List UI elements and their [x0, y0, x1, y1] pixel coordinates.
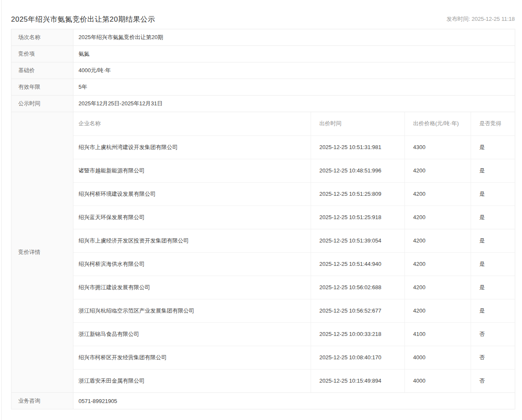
info-row: 公示时间2025年12月25日-2025年12月31日 — [11, 96, 515, 112]
contact-phone: 0571-89921905 — [73, 393, 515, 409]
bid-time: 2025-12-25 10:51:39:054 — [311, 229, 404, 252]
bid-price: 4200 — [404, 229, 471, 252]
is-winner: 是 — [471, 229, 515, 252]
bid-column-header: 是否竞得 — [471, 112, 515, 135]
bid-price: 4200 — [404, 299, 471, 322]
company-name: 绍兴柯桥滨海供水有限公司 — [73, 252, 311, 276]
bid-price: 4200 — [404, 182, 471, 206]
bid-details-row: 竞价详情 企业名称出价时间出价价格(元/吨·年)是否竞得 绍兴市上虞杭州湾建设开… — [11, 112, 515, 393]
company-name: 浙江盾安禾田金属有限公司 — [73, 369, 311, 392]
bid-time: 2025-12-25 10:48:51:996 — [311, 159, 404, 182]
bid-row: 诸暨市越能新能源有限公司2025-12-25 10:48:51:9964200是 — [73, 159, 515, 182]
bid-row: 绍兴市柯桥区开发经营集团有限公司2025-12-25 10:08:40:1704… — [73, 346, 515, 369]
info-row-value: 氨氮 — [73, 46, 515, 62]
bid-price: 4200 — [404, 206, 471, 229]
info-row-label: 场次名称 — [11, 29, 73, 45]
info-row-value: 5年 — [73, 79, 515, 95]
company-name: 绍兴市上虞经济开发区投资开发集团有限公司 — [73, 229, 311, 252]
bid-price: 4200 — [404, 252, 471, 276]
is-winner: 是 — [471, 276, 515, 299]
bid-header-row: 企业名称出价时间出价价格(元/吨·年)是否竞得 — [73, 112, 515, 135]
bid-time: 2025-12-25 10:15:49:894 — [311, 369, 404, 392]
bid-time: 2025-12-25 10:08:40:170 — [311, 346, 404, 369]
is-winner: 是 — [471, 159, 515, 182]
bid-time: 2025-12-25 10:51:25:918 — [311, 206, 404, 229]
bid-column-header: 企业名称 — [73, 112, 311, 135]
bid-price: 4000 — [404, 346, 471, 369]
bid-price: 4200 — [404, 159, 471, 182]
info-row-value: 2025年绍兴市氨氮竞价出让第20期 — [73, 29, 515, 45]
bid-price: 4000 — [404, 369, 471, 392]
info-row-label: 竞价项 — [11, 46, 73, 62]
company-name: 绍兴市柯桥区开发经营集团有限公司 — [73, 346, 311, 369]
bid-column-header: 出价时间 — [311, 112, 404, 135]
info-row-label: 有效年限 — [11, 79, 73, 95]
contact-label: 业务咨询 — [11, 393, 73, 409]
bid-price: 4200 — [404, 276, 471, 299]
page-header: 2025年绍兴市氨氮竞价出让第20期结果公示 发布时间: 2025-12-25 … — [2, 0, 522, 29]
bid-price: 4300 — [404, 135, 471, 159]
bid-row: 浙江新锦马食品有限公司2025-12-25 10:00:33:2184100否 — [73, 322, 515, 346]
bid-row: 绍兴市上虞经济开发区投资开发集团有限公司2025-12-25 10:51:39:… — [73, 229, 515, 252]
announcement-page: 2025年绍兴市氨氮竞价出让第20期结果公示 发布时间: 2025-12-25 … — [1, 0, 522, 420]
publish-time: 发布时间: 2025-12-25 11:18 — [446, 15, 515, 23]
is-winner: 是 — [471, 182, 515, 206]
company-name: 绍兴市拥江建设发展有限公司 — [73, 276, 311, 299]
bid-column-header: 出价价格(元/吨·年) — [404, 112, 471, 135]
is-winner: 是 — [471, 206, 515, 229]
publish-time-value: 2025-12-25 11:18 — [471, 16, 515, 22]
bid-row: 绍兴蓝天环保发展有限公司2025-12-25 10:51:25:9184200是 — [73, 206, 515, 229]
is-winner: 是 — [471, 252, 515, 276]
is-winner: 是 — [471, 135, 515, 159]
bid-table-body: 绍兴市上虞杭州湾建设开发集团有限公司2025-12-25 10:51:31:98… — [73, 135, 515, 392]
bid-row: 绍兴市上虞杭州湾建设开发集团有限公司2025-12-25 10:51:31:98… — [73, 135, 515, 159]
bid-details-label: 竞价详情 — [11, 112, 73, 392]
is-winner: 是 — [471, 299, 515, 322]
publish-time-label: 发布时间: — [446, 16, 470, 22]
company-name: 浙江绍兴杭绍临空示范区产业发展集团有限公司 — [73, 299, 311, 322]
bid-row: 绍兴柯桥滨海供水有限公司2025-12-25 10:51:44:9404200是 — [73, 252, 515, 276]
company-name: 绍兴蓝天环保发展有限公司 — [73, 206, 311, 229]
info-row: 场次名称2025年绍兴市氨氮竞价出让第20期 — [11, 29, 515, 46]
is-winner: 否 — [471, 346, 515, 369]
bid-row: 绍兴柯桥环境建设发展有限公司2025-12-25 10:51:25:809420… — [73, 182, 515, 206]
announcement-sheet: 场次名称2025年绍兴市氨氮竞价出让第20期竞价项氨氮基础价4000元/吨·年有… — [11, 29, 515, 409]
bid-row: 浙江盾安禾田金属有限公司2025-12-25 10:15:49:8944000否 — [73, 369, 515, 392]
bid-details-table-wrap: 企业名称出价时间出价价格(元/吨·年)是否竞得 绍兴市上虞杭州湾建设开发集团有限… — [73, 112, 515, 392]
bid-price: 4100 — [404, 322, 471, 346]
company-name: 绍兴市上虞杭州湾建设开发集团有限公司 — [73, 135, 311, 159]
bid-time: 2025-12-25 10:51:44:940 — [311, 252, 404, 276]
page-title: 2025年绍兴市氨氮竞价出让第20期结果公示 — [11, 14, 155, 24]
info-rows: 场次名称2025年绍兴市氨氮竞价出让第20期竞价项氨氮基础价4000元/吨·年有… — [11, 29, 515, 112]
info-row: 竞价项氨氮 — [11, 46, 515, 62]
bid-time: 2025-12-25 10:00:33:218 — [311, 322, 404, 346]
info-row: 有效年限5年 — [11, 79, 515, 96]
info-row-value: 2025年12月25日-2025年12月31日 — [73, 96, 515, 112]
company-name: 浙江新锦马食品有限公司 — [73, 322, 311, 346]
company-name: 诸暨市越能新能源有限公司 — [73, 159, 311, 182]
bid-time: 2025-12-25 10:56:02:688 — [311, 276, 404, 299]
bid-row: 浙江绍兴杭绍临空示范区产业发展集团有限公司2025-12-25 10:56:52… — [73, 299, 515, 322]
bid-time: 2025-12-25 10:51:25:809 — [311, 182, 404, 206]
info-row-value: 4000元/吨·年 — [73, 62, 515, 79]
bid-row: 绍兴市拥江建设发展有限公司2025-12-25 10:56:02:6884200… — [73, 276, 515, 299]
contact-row: 业务咨询 0571-89921905 — [11, 393, 515, 409]
bid-table-head: 企业名称出价时间出价价格(元/吨·年)是否竞得 — [73, 112, 515, 135]
is-winner: 否 — [471, 369, 515, 392]
info-row: 基础价4000元/吨·年 — [11, 62, 515, 79]
is-winner: 否 — [471, 322, 515, 346]
info-row-label: 公示时间 — [11, 96, 73, 112]
info-row-label: 基础价 — [11, 62, 73, 79]
bid-table: 企业名称出价时间出价价格(元/吨·年)是否竞得 绍兴市上虞杭州湾建设开发集团有限… — [73, 112, 515, 392]
bid-time: 2025-12-25 10:51:31:981 — [311, 135, 404, 159]
company-name: 绍兴柯桥环境建设发展有限公司 — [73, 182, 311, 206]
bid-time: 2025-12-25 10:56:52:677 — [311, 299, 404, 322]
